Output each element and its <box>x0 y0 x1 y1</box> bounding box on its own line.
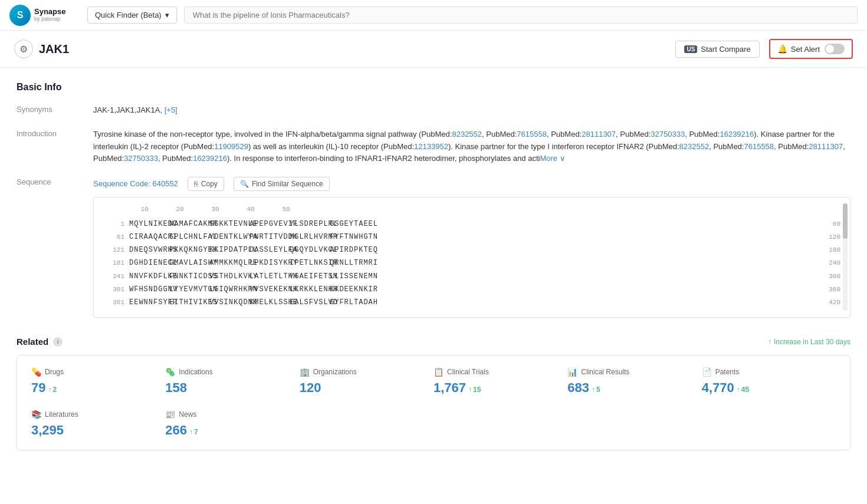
sequence-header: Sequence Code: 640552 ⎘ Copy 🔍 Find Simi… <box>93 177 850 191</box>
introduction-label: Introduction <box>17 129 81 138</box>
set-alert-label: 🔔 Set Alert <box>777 44 820 54</box>
synonyms-more-link[interactable]: [+5] <box>165 106 178 114</box>
indications-label: Indications <box>179 368 212 376</box>
related-item-organizations[interactable]: 🏢 Organizations 120 <box>300 367 434 396</box>
pubmed-link-4[interactable]: 32750333 <box>651 130 685 139</box>
pubmed-link-2[interactable]: 7615558 <box>517 130 547 139</box>
clinical-trials-icon: 📋 <box>434 367 444 377</box>
clinical-results-increase: ↑5 <box>592 386 600 394</box>
set-alert-wrapper: 🔔 Set Alert <box>769 39 853 59</box>
basic-info-title: Basic Info <box>17 82 850 93</box>
related-header: Related i ↑ Increase in Last 30 days <box>17 337 850 347</box>
patents-increase: ↑45 <box>737 386 749 394</box>
related-item-empty-3 <box>567 410 701 438</box>
pubmed-link-6[interactable]: 11909529 <box>214 142 248 151</box>
header-actions: US Start Compare 🔔 Set Alert <box>675 39 853 59</box>
indications-count: 158 <box>165 380 299 396</box>
pubmed-link-12[interactable]: 16239216 <box>193 154 227 163</box>
news-icon: 📰 <box>165 410 175 419</box>
related-item-indications[interactable]: 🦠 Indications 158 <box>165 367 299 396</box>
start-compare-button[interactable]: US Start Compare <box>675 41 759 58</box>
toggle-knob <box>826 45 834 53</box>
main-content: Basic Info Synonyms JAK-1,JAK1,JAK1A, [+… <box>0 68 867 465</box>
clinical-trials-count: 1,767 ↑15 <box>434 380 567 396</box>
related-item-drugs[interactable]: 💊 Drugs 79 ↑2 <box>31 367 165 396</box>
page-title-area: ⚙ JAK1 <box>14 39 69 58</box>
introduction-value: Tyrosine kinase of the non-receptor type… <box>93 129 850 165</box>
pubmed-link-9[interactable]: 7615558 <box>744 142 774 151</box>
search-bar[interactable] <box>184 6 858 24</box>
find-similar-button[interactable]: 🔍 Find Similar Sequence <box>234 177 330 191</box>
sequence-value: Sequence Code: 640552 ⎘ Copy 🔍 Find Simi… <box>93 177 850 318</box>
synonyms-row: Synonyms JAK-1,JAK1,JAK1A, [+5] <box>17 104 850 117</box>
organizations-icon: 🏢 <box>300 367 310 377</box>
pubmed-link-8[interactable]: 8232552 <box>679 142 710 151</box>
intro-more-link[interactable]: More ∨ <box>540 154 565 163</box>
page-title: JAK1 <box>39 42 69 56</box>
related-item-empty-2 <box>434 410 567 438</box>
quick-finder-label: Quick Finder (Beta) <box>95 11 162 19</box>
literatures-icon: 📚 <box>31 410 41 419</box>
quick-finder-button[interactable]: Quick Finder (Beta) ▾ <box>87 6 177 24</box>
increase-text: ↑ Increase in Last 30 days <box>768 338 850 346</box>
bell-icon: 🔔 <box>777 44 787 54</box>
patents-count: 4,770 ↑45 <box>702 380 836 396</box>
related-item-patents[interactable]: 📄 Patents 4,770 ↑45 <box>702 367 836 396</box>
page-header: ⚙ JAK1 US Start Compare 🔔 Set Alert <box>0 31 867 68</box>
set-alert-toggle[interactable] <box>825 44 845 54</box>
chevron-down-icon: ▾ <box>165 11 169 19</box>
patents-label: Patents <box>715 368 740 376</box>
copy-icon: ⎘ <box>194 180 198 188</box>
top-navigation: S Synapse by patsnap Quick Finder (Beta)… <box>0 0 867 31</box>
drugs-count: 79 ↑2 <box>31 380 165 396</box>
related-item-empty-1 <box>300 410 434 438</box>
seq-line-2: 61 CIRAAQACRI SPLCHNLFAL YDENTKLWYA PNRT… <box>103 232 840 243</box>
organizations-count: 120 <box>300 380 434 396</box>
related-item-clinical-trials[interactable]: 📋 Clinical Trials 1,767 ↑15 <box>434 367 567 396</box>
indications-icon: 🦠 <box>165 367 175 377</box>
pubmed-link-5[interactable]: 16239216 <box>720 130 754 139</box>
logo-text: Synapse by patsnap <box>34 8 65 22</box>
clinical-results-label: Clinical Results <box>581 368 629 376</box>
gear-icon: ⚙ <box>14 39 33 58</box>
pubmed-link-3[interactable]: 28111307 <box>582 130 616 139</box>
literatures-count: 3,295 <box>31 423 165 438</box>
patents-icon: 📄 <box>702 367 712 377</box>
related-item-literatures[interactable]: 📚 Literatures 3,295 <box>31 410 165 438</box>
news-increase: ↑7 <box>189 428 198 436</box>
drugs-label: Drugs <box>45 368 64 376</box>
related-row-1: 💊 Drugs 79 ↑2 🦠 Indications 158 <box>31 367 836 396</box>
sequence-row: Sequence Sequence Code: 640552 ⎘ Copy 🔍 … <box>17 177 850 318</box>
sequence-ruler: 10 20 30 40 50 <box>127 205 840 215</box>
seq-line-1: 1 MQYLNIKEDC NAMAFCAKMR SSKKTEVNLE APEPG… <box>103 219 840 230</box>
related-item-news[interactable]: 📰 News 266 ↑7 <box>165 410 299 438</box>
seq-line-4: 181 DGHDIENECL GMAVLAISHY AMMKKMQLPE LPK… <box>103 258 840 269</box>
related-info-icon[interactable]: i <box>53 337 63 347</box>
sequence-label: Sequence <box>17 177 81 186</box>
start-compare-label: Start Compare <box>701 45 751 54</box>
clinical-trials-increase: ↑15 <box>468 386 481 394</box>
logo-subtitle: by patsnap <box>34 17 65 22</box>
pubmed-link-11[interactable]: 32750333 <box>124 154 158 163</box>
us-badge: US <box>684 45 697 53</box>
related-section: Related i ↑ Increase in Last 30 days 💊 D… <box>17 337 850 450</box>
logo-title: Synapse <box>34 8 65 16</box>
find-similar-icon: 🔍 <box>240 180 249 188</box>
news-count: 266 ↑7 <box>165 423 299 438</box>
pubmed-link-10[interactable]: 28111307 <box>809 142 843 151</box>
related-item-clinical-results[interactable]: 📊 Clinical Results 683 ↑5 <box>567 367 701 396</box>
search-input[interactable] <box>193 11 849 19</box>
news-label: News <box>179 410 196 419</box>
seq-line-6: 301 WFHSNDGGNV LYYEVMVTGN LGIQWRHKPN VVS… <box>103 284 840 295</box>
synonyms-value: JAK-1,JAK1,JAK1A, [+5] <box>93 104 850 117</box>
sequence-scrollbar[interactable] <box>843 203 848 311</box>
copy-button[interactable]: ⎘ Copy <box>188 177 224 191</box>
clinical-results-icon: 📊 <box>567 367 577 377</box>
sequence-code-link[interactable]: Sequence Code: 640552 <box>93 178 178 190</box>
logo-area: S Synapse by patsnap <box>9 5 80 26</box>
introduction-row: Introduction Tyrosine kinase of the non-… <box>17 129 850 165</box>
seq-line-3: 121 DNEQSVWRHS PKKQKNGYEK KKIPDATPLL DAS… <box>103 245 840 256</box>
related-title-area: Related i <box>17 337 63 347</box>
pubmed-link-7[interactable]: 12133952 <box>414 142 448 151</box>
pubmed-link-1[interactable]: 8232552 <box>452 130 482 139</box>
